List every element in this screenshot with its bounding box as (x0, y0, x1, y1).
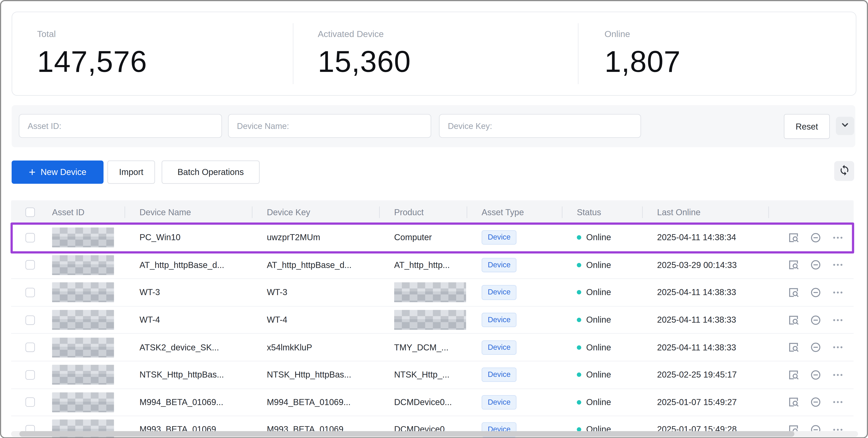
column-header-asset-id: Asset ID (49, 200, 125, 224)
product-cell: TMY_DCM_... (380, 334, 467, 361)
column-header-device-name: Device Name (125, 200, 252, 224)
redacted-asset-id (52, 338, 114, 357)
view-details-icon[interactable] (788, 369, 799, 381)
online-status-dot (577, 373, 581, 377)
status-text: Online (586, 287, 611, 298)
device-management-page: Total 147,576 Activated Device 15,360 On… (0, 0, 868, 438)
horizontal-scrollbar-track[interactable] (11, 431, 858, 437)
asset-type-badge: Device (482, 395, 517, 409)
device-name-cell: ATSK2_device_SK... (125, 334, 252, 361)
reset-button-label: Reset (796, 121, 818, 131)
view-details-icon[interactable] (788, 287, 799, 298)
view-details-icon[interactable] (788, 314, 799, 326)
reset-button[interactable]: Reset (784, 114, 830, 139)
horizontal-scrollbar-thumb[interactable] (19, 431, 795, 437)
stat-value: 147,576 (37, 44, 147, 79)
disable-icon[interactable] (810, 342, 822, 353)
new-device-button[interactable]: + New Device (11, 161, 103, 184)
device-name-cell: M994_BETA_01069... (125, 389, 252, 416)
row-checkbox[interactable] (25, 315, 35, 325)
product-cell (380, 279, 467, 306)
last-online-cell: 2025-04-11 14:38:33 (643, 279, 769, 306)
row-checkbox[interactable] (25, 343, 35, 352)
disable-icon[interactable] (810, 232, 822, 244)
more-icon[interactable] (832, 287, 844, 298)
asset-type-badge: Device (482, 368, 517, 382)
redacted-asset-id (52, 365, 114, 385)
disable-icon[interactable] (810, 259, 822, 271)
redacted-asset-id (52, 255, 114, 275)
status-text: Online (586, 315, 611, 325)
disable-icon[interactable] (810, 314, 822, 326)
redacted-product (394, 283, 466, 303)
device-name-cell: WT-3 (125, 279, 252, 306)
batch-operations-button-label: Batch Operations (177, 167, 244, 177)
stats-divider (293, 23, 293, 84)
last-online-cell: 2025-01-07 15:49:27 (643, 389, 769, 416)
column-header-asset-type: Asset Type (467, 200, 562, 224)
last-online-cell: 2025-02-25 19:45:17 (643, 362, 769, 388)
column-header-status: Status (562, 200, 643, 224)
disable-icon[interactable] (810, 397, 822, 408)
stat-value: 1,807 (604, 44, 681, 79)
product-cell (380, 307, 467, 334)
row-checkbox[interactable] (25, 260, 35, 270)
view-details-icon[interactable] (788, 397, 799, 408)
row-checkbox[interactable] (25, 370, 35, 380)
last-online-cell: 2025-04-11 14:38:33 (643, 307, 769, 334)
view-details-icon[interactable] (788, 342, 799, 353)
import-button[interactable]: Import (107, 161, 155, 184)
online-status-dot (577, 290, 581, 295)
asset-id-input[interactable] (19, 114, 222, 138)
device-key-cell: AT_http_httpBase_d... (252, 252, 380, 279)
device-key-cell: WT-4 (252, 307, 380, 334)
device-name-cell: PC_Win10 (125, 224, 252, 251)
view-details-icon[interactable] (788, 259, 799, 271)
row-checkbox[interactable] (25, 233, 35, 242)
table-row[interactable]: NTSK_Http_httpBas... NTSK_Http_httpBas..… (11, 362, 854, 389)
table-row[interactable]: M994_BETA_01069... M994_BETA_01069... DC… (11, 389, 854, 416)
device-key-input[interactable] (439, 114, 641, 138)
stat-value: 15,360 (318, 44, 411, 79)
refresh-button[interactable] (834, 161, 854, 181)
more-icon[interactable] (832, 369, 844, 381)
table-header: Asset ID Device Name Device Key Product … (11, 200, 854, 224)
column-header-actions (769, 200, 854, 224)
more-icon[interactable] (832, 232, 844, 244)
row-checkbox[interactable] (25, 398, 35, 407)
table-row[interactable]: PC_Win10 uwzprT2MUm Computer Device Onli… (11, 224, 854, 252)
disable-icon[interactable] (810, 287, 822, 298)
view-details-icon[interactable] (788, 232, 799, 244)
more-icon[interactable] (832, 314, 844, 326)
redacted-product (394, 310, 466, 330)
device-key-cell: M994_BETA_01069... (252, 389, 380, 416)
disable-icon[interactable] (810, 369, 822, 381)
table-row[interactable]: AT_http_httpBase_d... AT_http_httpBase_d… (11, 252, 854, 279)
filter-expand-button[interactable] (836, 117, 854, 135)
refresh-icon (838, 164, 850, 178)
asset-type-badge: Device (482, 258, 517, 272)
column-header-device-key: Device Key (252, 200, 380, 224)
device-name-input[interactable] (228, 114, 431, 138)
redacted-asset-id (52, 228, 114, 248)
device-table: Asset ID Device Name Device Key Product … (11, 200, 854, 438)
more-icon[interactable] (832, 397, 844, 408)
import-button-label: Import (119, 167, 143, 177)
asset-type-badge: Device (482, 285, 517, 300)
select-all-checkbox[interactable] (25, 208, 35, 217)
asset-type-badge: Device (482, 340, 517, 354)
table-row[interactable]: WT-3 WT-3 Device Online 2025-04-11 14:38… (11, 279, 854, 307)
product-cell: NTSK_Http_... (380, 362, 467, 388)
row-checkbox[interactable] (25, 288, 35, 297)
device-name-cell: NTSK_Http_httpBas... (125, 362, 252, 388)
stat-activated: Activated Device 15,360 (318, 12, 411, 95)
table-row[interactable]: ATSK2_device_SK... x54lmkKluP TMY_DCM_..… (11, 334, 854, 362)
last-online-cell: 2025-03-29 00:14:33 (643, 252, 769, 279)
batch-operations-button[interactable]: Batch Operations (162, 161, 259, 184)
more-icon[interactable] (832, 342, 844, 353)
more-icon[interactable] (832, 259, 844, 271)
stat-online: Online 1,807 (604, 12, 681, 95)
asset-type-badge: Device (482, 313, 517, 327)
status-text: Online (586, 233, 611, 243)
table-row[interactable]: WT-4 WT-4 Device Online 2025-04-11 14:38… (11, 307, 854, 334)
